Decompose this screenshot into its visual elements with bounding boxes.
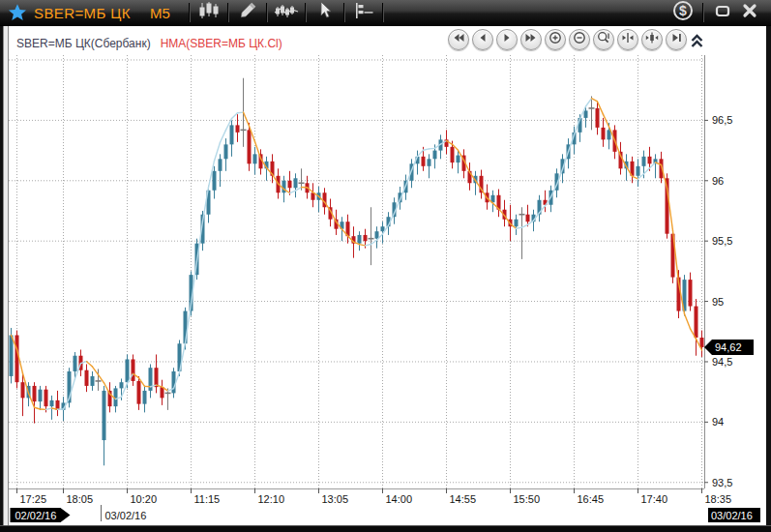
nav-step-forward-button[interactable]: [496, 29, 518, 50]
hma-segment: [87, 362, 93, 367]
nav-step-back-button[interactable]: [472, 29, 493, 50]
hma-segment: [633, 176, 638, 179]
date-label: 03/02/16: [105, 510, 147, 521]
hma-segment: [215, 142, 221, 161]
close-button[interactable]: [736, 2, 763, 23]
candlestick-chart-canvas[interactable]: 96,59695,59594,59493,517:2518:0510:2011:…: [9, 54, 766, 525]
candle-body: [358, 235, 362, 244]
hma-segment: [232, 113, 238, 119]
nav-zoom-select-button[interactable]: [593, 29, 614, 50]
candle-body: [596, 108, 600, 128]
nav-fast-forward-button[interactable]: [520, 29, 542, 50]
title-bar: SBER=МБ ЦК М5 $: [0, 0, 771, 26]
hma-segment: [221, 130, 226, 142]
toolbar-divider: [702, 3, 704, 22]
candle-body: [700, 338, 704, 347]
candle-body: [224, 144, 228, 159]
candle-body: [91, 376, 95, 386]
nav-rewind-button[interactable]: [448, 29, 469, 50]
candle-body: [213, 171, 217, 191]
x-axis-label: 18:05: [67, 493, 94, 505]
candle-body: [648, 157, 652, 163]
maximize-button[interactable]: [709, 2, 736, 23]
candle-body: [132, 359, 135, 380]
x-axis-label: 15:50: [514, 493, 541, 505]
x-axis-label: 10:20: [131, 493, 158, 505]
candle-body: [15, 336, 19, 383]
y-axis-label: 95: [712, 296, 724, 308]
candle-body: [248, 130, 252, 163]
candlestick-type-tool-button[interactable]: [195, 2, 222, 23]
candle-body: [526, 215, 530, 222]
instrument-label: SBER=МБ ЦК(Сбербанк): [16, 37, 151, 50]
fast-forward-icon: [524, 31, 538, 48]
date-flag-label: 02/02/16: [15, 510, 57, 521]
candle-body: [422, 157, 426, 166]
indicator-icon: [274, 1, 299, 24]
toolbar-divider: [343, 3, 345, 22]
hma-segment: [290, 191, 296, 192]
candle-body: [230, 125, 234, 144]
compress-horizontal-icon: [621, 31, 635, 48]
hma-segment: [35, 407, 41, 409]
candle-body: [695, 307, 698, 338]
go-to-end-icon: [669, 31, 683, 48]
toolbar-divider: [382, 3, 384, 22]
candle-body: [219, 159, 222, 170]
candle-body: [457, 156, 460, 163]
timeframe-label: М5: [150, 5, 170, 21]
svg-text:$: $: [679, 3, 687, 18]
x-axis-label: 14:00: [386, 493, 413, 505]
current-date-label: 03/02/16: [711, 510, 753, 521]
nav-zoom-out-button[interactable]: [569, 29, 590, 50]
chart-nav-buttons: [448, 29, 687, 50]
candle-body: [103, 391, 106, 440]
y-axis-label: 95,5: [712, 235, 732, 247]
x-axis-label: 12:10: [258, 493, 285, 505]
candle-body: [515, 220, 519, 226]
candle-body: [126, 359, 130, 382]
maximize-icon: [713, 1, 732, 24]
levels-tool-button[interactable]: [350, 2, 377, 23]
candle-body: [85, 370, 89, 386]
x-axis-label: 16:45: [578, 493, 605, 505]
toolbar-divider: [266, 3, 268, 22]
money-button[interactable]: $: [668, 2, 697, 23]
x-axis-label: 11:15: [194, 493, 221, 505]
cursor-tool-button[interactable]: [311, 2, 339, 23]
hma-segment: [424, 149, 430, 150]
hma-segment: [244, 112, 250, 126]
rewind-icon: [452, 31, 465, 48]
window-bottom-frame: [0, 525, 771, 532]
toolbar-tools: [184, 2, 389, 23]
y-axis-label: 96,5: [712, 114, 732, 126]
compress-candles-icon: [645, 31, 659, 48]
toolbar-divider: [189, 3, 191, 22]
candle-body: [21, 382, 25, 398]
candle-body: [364, 235, 368, 241]
y-axis-label: 94,5: [712, 356, 732, 368]
candle-body: [451, 147, 455, 163]
hma-segment: [93, 367, 99, 374]
draw-pencil-tool-button[interactable]: [234, 2, 261, 23]
nav-compress-horizontal-button[interactable]: [617, 29, 638, 50]
candle-body: [584, 110, 588, 117]
draw-pencil-icon: [238, 1, 257, 24]
y-axis-label: 96: [712, 175, 724, 187]
collapse-toolbar-button[interactable]: [689, 32, 704, 49]
x-axis-label: 13:05: [322, 493, 349, 505]
hma-line: [12, 99, 702, 410]
nav-zoom-in-button[interactable]: [545, 29, 566, 50]
candle-body: [10, 336, 14, 376]
hma-segment: [592, 99, 598, 102]
last-price-label: 94,62: [715, 341, 742, 353]
nav-compress-candles-button[interactable]: [641, 29, 663, 50]
indicator-tool-button[interactable]: [273, 2, 300, 23]
hma-segment: [522, 224, 528, 227]
x-axis-label: 17:40: [641, 493, 668, 505]
hma-segment: [238, 112, 244, 113]
hma-segment: [418, 150, 424, 156]
nav-go-to-end-button[interactable]: [666, 29, 687, 50]
candle-body: [33, 386, 37, 401]
hma-segment: [685, 313, 691, 328]
